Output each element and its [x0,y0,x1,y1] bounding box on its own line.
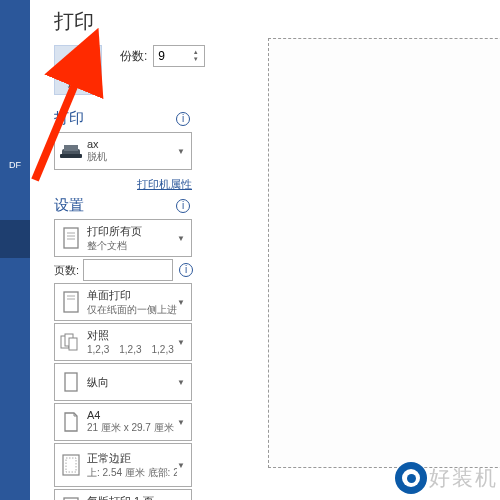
duplex-sub: 仅在纸面的一侧上进行打印 [87,303,177,317]
print-preview [268,38,500,468]
chevron-down-icon: ▼ [177,298,187,307]
pages-sub: 整个文档 [87,239,177,253]
spinner-down-icon[interactable]: ▼ [191,56,200,63]
margins-icon [59,451,83,479]
paper-title: A4 [87,409,177,421]
print-button[interactable]: 打印 [54,45,102,95]
copies-spinner: ▲ ▼ [191,49,200,63]
svg-point-3 [83,60,85,62]
info-icon[interactable]: i [179,263,193,277]
chevron-down-icon: ▼ [177,418,187,427]
svg-rect-17 [65,373,77,391]
svg-rect-18 [63,455,79,475]
orientation-title: 纵向 [87,375,177,390]
printer-icon [66,51,90,73]
printer-properties-link[interactable]: 打印机属性 [137,178,192,190]
pages-dropdown[interactable]: 打印所有页 整个文档 ▼ [54,219,192,257]
svg-rect-5 [64,145,78,151]
copies-input[interactable]: 9 ▲ ▼ [153,45,205,67]
settings-section-title: 设置 [54,196,84,215]
chevron-down-icon: ▼ [177,378,187,387]
chevron-down-icon: ▼ [177,338,187,347]
sheets-title: 每版打印 1 页 [87,494,177,501]
watermark: 好装机 [395,462,498,494]
paper-dropdown[interactable]: A4 21 厘米 x 29.7 厘米 ▼ [54,403,192,441]
collate-sub: 1,2,3 1,2,3 1,2,3 [87,343,177,357]
printer-dropdown[interactable]: ax 脱机 ▼ [54,132,192,170]
orientation-dropdown[interactable]: 纵向 ▼ [54,363,192,401]
chevron-down-icon: ▼ [177,461,187,470]
copies-label: 份数: [120,48,147,65]
portrait-icon [59,368,83,396]
info-icon[interactable]: i [176,112,190,126]
printer-name: ax [87,138,177,150]
duplex-dropdown[interactable]: 单面打印 仅在纸面的一侧上进行打印 ▼ [54,283,192,321]
svg-rect-7 [64,228,78,248]
margins-title: 正常边距 [87,451,177,466]
sheets-dropdown[interactable]: 每版打印 1 页 缩放到 14 厘米 x 20.3... ▼ [54,489,192,500]
collate-title: 对照 [87,328,177,343]
printer-props-row: 打印机属性 [30,172,192,194]
page-range-label: 页数: [54,263,79,278]
collate-dropdown[interactable]: 对照 1,2,3 1,2,3 1,2,3 ▼ [54,323,192,361]
sheets-per-page-icon [59,494,83,500]
pages-title: 打印所有页 [87,224,177,239]
printer-status: 脱机 [87,150,177,164]
margins-dropdown[interactable]: 正常边距 上: 2.54 厘米 底部: 2.54... ▼ [54,443,192,487]
printer-device-icon [59,137,83,165]
printer-section-title: 打印 [54,109,84,128]
svg-rect-16 [69,338,77,350]
main-panel: 打印 打印 份数: 9 ▲ ▼ 打印 i ax 脱机 ▼ [30,0,500,500]
left-sidebar: DF [0,0,30,500]
svg-rect-11 [64,292,78,312]
copies-control: 份数: 9 ▲ ▼ [120,45,205,67]
collate-icon [59,328,83,356]
copies-value: 9 [158,49,165,63]
paper-icon [59,408,83,436]
paper-sub: 21 厘米 x 29.7 厘米 [87,421,177,435]
duplex-title: 单面打印 [87,288,177,303]
page-title: 打印 [30,0,500,35]
info-icon[interactable]: i [176,199,190,213]
single-side-icon [59,288,83,316]
chevron-down-icon: ▼ [177,234,187,243]
svg-rect-6 [60,154,82,158]
print-button-label: 打印 [67,75,89,90]
watermark-logo-icon [395,462,427,494]
svg-rect-0 [73,52,84,58]
chevron-down-icon: ▼ [177,147,187,156]
sidebar-item-active[interactable] [0,220,30,258]
svg-rect-2 [73,63,82,70]
spinner-up-icon[interactable]: ▲ [191,49,200,56]
margins-sub: 上: 2.54 厘米 底部: 2.54... [87,466,177,480]
page-range-input[interactable] [83,259,173,281]
sidebar-item[interactable]: DF [0,150,30,180]
document-icon [59,224,83,252]
watermark-text: 好装机 [429,464,498,492]
